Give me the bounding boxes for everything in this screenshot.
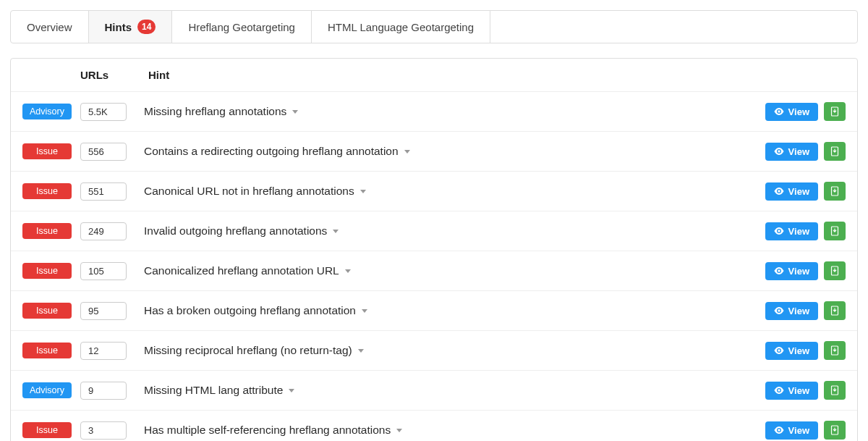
view-button[interactable]: View [765, 302, 818, 320]
view-label: View [788, 146, 809, 157]
view-label: View [788, 226, 809, 237]
view-button[interactable]: View [765, 342, 818, 360]
eye-icon [774, 148, 784, 155]
tab-hints[interactable]: Hints14 [89, 11, 173, 43]
view-button[interactable]: View [765, 262, 818, 280]
issue-badge: Issue [22, 143, 72, 159]
hint-text[interactable]: Missing hreflang annotations [127, 105, 765, 118]
view-button[interactable]: View [765, 421, 818, 440]
view-button[interactable]: View [765, 182, 818, 201]
tab-label: HTML Language Geotargeting [328, 21, 474, 33]
row-actions: View [765, 102, 846, 121]
export-button[interactable] [824, 341, 846, 360]
file-export-icon [830, 306, 840, 316]
chevron-down-icon [358, 349, 364, 353]
export-button[interactable] [824, 102, 846, 121]
issue-badge: Issue [22, 263, 72, 279]
table-row: Issue551Canonical URL not in hreflang an… [11, 171, 857, 211]
url-count[interactable]: 5.5K [80, 103, 127, 121]
url-count[interactable]: 105 [80, 262, 127, 280]
issue-badge: Issue [22, 303, 72, 319]
file-export-icon [830, 385, 840, 395]
export-button[interactable] [824, 142, 846, 161]
header-hint: Hint [138, 69, 846, 81]
chevron-down-icon [362, 309, 367, 313]
hint-text[interactable]: Canonicalized hreflang annotation URL [127, 264, 765, 277]
view-label: View [788, 425, 809, 436]
chevron-down-icon [360, 190, 366, 193]
hint-label: Invalid outgoing hreflang annotations [144, 224, 327, 238]
export-button[interactable] [824, 222, 846, 240]
url-count[interactable]: 12 [80, 342, 127, 360]
issue-badge: Issue [22, 422, 72, 438]
tab-overview[interactable]: Overview [11, 11, 89, 43]
url-count[interactable]: 3 [80, 421, 127, 440]
table-header: URLs Hint [11, 59, 857, 91]
url-count[interactable]: 249 [80, 222, 127, 240]
export-button[interactable] [824, 381, 846, 400]
row-actions: View [765, 301, 846, 320]
file-export-icon [830, 106, 840, 117]
url-count[interactable]: 9 [80, 382, 127, 400]
row-actions: View [765, 222, 846, 240]
table-row: Issue556Contains a redirecting outgoing … [11, 131, 857, 171]
eye-icon [774, 427, 784, 434]
hint-label: Missing hreflang annotations [144, 105, 286, 118]
file-export-icon [830, 146, 840, 156]
url-count[interactable]: 551 [80, 182, 127, 201]
eye-icon [774, 227, 784, 235]
hints-panel: URLs Hint Advisory5.5KMissing hreflang a… [10, 58, 858, 441]
row-actions: View [765, 381, 846, 400]
tab-badge: 14 [137, 20, 156, 34]
table-row: Advisory5.5KMissing hreflang annotations… [11, 91, 857, 131]
table-row: Issue249Invalid outgoing hreflang annota… [11, 211, 857, 251]
chevron-down-icon [289, 389, 294, 392]
issue-badge: Issue [22, 183, 72, 199]
hint-text[interactable]: Has a broken outgoing hreflang annotatio… [127, 304, 765, 317]
chevron-down-icon [292, 110, 298, 114]
row-actions: View [765, 261, 846, 280]
eye-icon [774, 108, 784, 115]
hint-text[interactable]: Has multiple self-referencing hreflang a… [127, 424, 765, 437]
eye-icon [774, 267, 784, 274]
table-row: Issue95Has a broken outgoing hreflang an… [11, 290, 857, 330]
view-label: View [788, 186, 809, 197]
view-label: View [788, 106, 809, 117]
export-button[interactable] [824, 261, 846, 280]
hint-text[interactable]: Contains a redirecting outgoing hreflang… [127, 145, 765, 158]
view-button[interactable]: View [765, 222, 818, 240]
eye-icon [774, 307, 784, 314]
chevron-down-icon [404, 150, 410, 154]
hint-text[interactable]: Missing HTML lang attribute [127, 384, 765, 397]
hint-text[interactable]: Canonical URL not in hreflang annotation… [127, 185, 765, 198]
hint-label: Contains a redirecting outgoing hreflang… [144, 145, 399, 158]
hint-text[interactable]: Invalid outgoing hreflang annotations [127, 224, 765, 238]
url-count[interactable]: 556 [80, 143, 127, 161]
url-count[interactable]: 95 [80, 302, 127, 320]
row-actions: View [765, 421, 846, 440]
file-export-icon [830, 425, 840, 435]
view-button[interactable]: View [765, 382, 818, 400]
export-button[interactable] [824, 301, 846, 320]
chevron-down-icon [333, 230, 339, 233]
export-button[interactable] [824, 421, 846, 440]
tab-label: Overview [27, 21, 72, 33]
view-button[interactable]: View [765, 143, 818, 161]
view-label: View [788, 345, 809, 356]
export-button[interactable] [824, 182, 846, 201]
chevron-down-icon [396, 429, 402, 432]
chevron-down-icon [345, 269, 351, 273]
issue-badge: Issue [22, 223, 72, 239]
hint-text[interactable]: Missing reciprocal hreflang (no return-t… [127, 344, 765, 357]
view-button[interactable]: View [765, 103, 818, 121]
tab-hreflang-geotargeting[interactable]: Hreflang Geotargeting [172, 11, 312, 43]
tab-html-language-geotargeting[interactable]: HTML Language Geotargeting [312, 11, 490, 43]
row-actions: View [765, 341, 846, 360]
row-actions: View [765, 182, 846, 201]
file-export-icon [830, 266, 840, 276]
table-row: Issue3Has multiple self-referencing href… [11, 410, 857, 441]
hint-label: Canonicalized hreflang annotation URL [144, 264, 339, 277]
eye-icon [774, 347, 784, 354]
row-actions: View [765, 142, 846, 161]
eye-icon [774, 387, 784, 394]
